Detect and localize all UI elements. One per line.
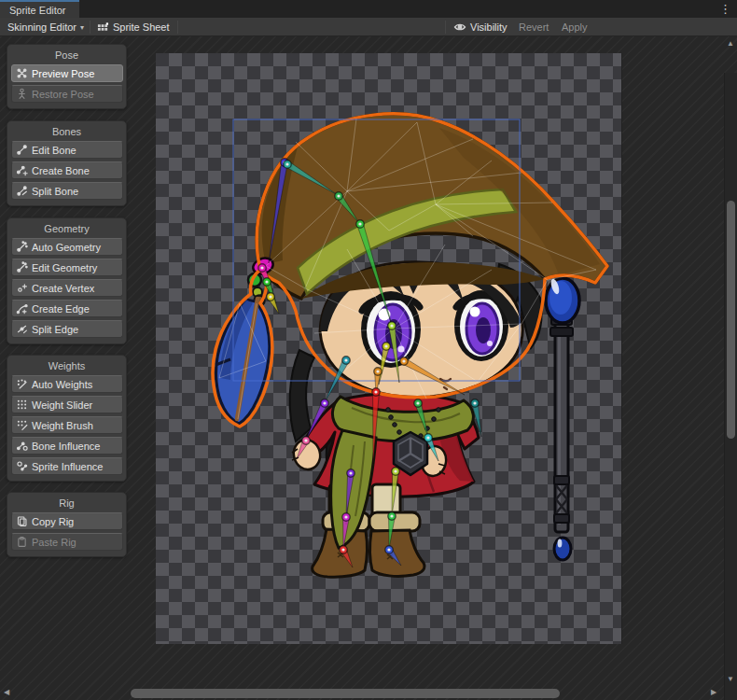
create-edge-icon <box>16 302 28 315</box>
panel-title: Bones <box>11 126 122 137</box>
paste-rig-button[interactable]: Paste Rig <box>11 533 123 551</box>
split-bone-button[interactable]: Split Bone <box>11 182 123 200</box>
weight-slider-button[interactable]: Weight Slider <box>11 396 123 413</box>
weight-brush-icon <box>16 419 28 431</box>
visibility-label: Visibility <box>470 21 508 33</box>
create-bone-icon <box>16 164 28 176</box>
sprite-editor-window: Sprite Editor ⋮ Skinning Editor ▾ Sprite… <box>0 0 737 700</box>
panel-title: Weights <box>11 360 122 371</box>
horizontal-scrollbar-thumb[interactable] <box>131 689 560 698</box>
bone-influence-icon <box>16 440 28 452</box>
visibility-toggle[interactable]: Visibility <box>453 18 508 36</box>
weight-slider-icon <box>16 399 28 411</box>
scroll-up-arrow[interactable]: ▲ <box>727 40 734 48</box>
weight-brush-button[interactable]: Weight Brush <box>11 416 123 434</box>
panel-weights: Weights Auto Weights Weight Slider Weigh… <box>7 355 127 482</box>
character-sprite[interactable] <box>216 114 607 577</box>
split-bone-icon <box>16 185 28 197</box>
split-edge-button[interactable]: Split Edge <box>11 320 123 338</box>
canvas-scene <box>156 53 622 644</box>
window-menu-button[interactable]: ⋮ <box>719 0 731 18</box>
auto-geometry-icon <box>16 241 28 253</box>
boot-right <box>370 530 424 576</box>
restore-pose-person-icon <box>16 88 28 100</box>
auto-geometry-button[interactable]: Auto Geometry <box>11 238 123 256</box>
create-vertex-button[interactable]: Create Vertex <box>11 279 123 297</box>
auto-weights-icon <box>16 378 28 390</box>
staff-sprite[interactable] <box>546 278 579 560</box>
create-edge-button[interactable]: Create Edge <box>11 300 123 317</box>
panel-bones: Bones Edit Bone Create Bone Split Bone <box>7 120 127 206</box>
bone-influence-button[interactable]: Bone Influence <box>11 437 123 455</box>
sprite-influence-icon <box>16 460 28 472</box>
toolbar-separator <box>90 21 90 34</box>
vertical-scrollbar-thumb[interactable] <box>727 201 735 439</box>
create-bone-button[interactable]: Create Bone <box>11 161 123 179</box>
copy-rig-icon <box>16 515 28 527</box>
panel-pose: Pose Preview Pose Restore Pose <box>7 44 127 109</box>
auto-weights-button[interactable]: Auto Weights <box>11 375 123 393</box>
toolbar-separator <box>445 21 446 34</box>
panel-rig: Rig Copy Rig Paste Rig <box>7 492 127 557</box>
tab-title: Sprite Editor <box>9 5 66 16</box>
edit-geometry-button[interactable]: Edit Geometry <box>11 259 123 276</box>
restore-pose-button[interactable]: Restore Pose <box>11 85 123 103</box>
panel-geometry: Geometry Auto Geometry Edit Geometry Cre… <box>7 217 127 344</box>
chevron-down-icon: ▾ <box>80 23 84 32</box>
panel-title: Geometry <box>11 223 122 234</box>
mode-dropdown[interactable]: Skinning Editor ▾ <box>7 18 84 36</box>
tab-sprite-editor[interactable]: Sprite Editor <box>0 0 79 18</box>
revert-label: Revert <box>519 21 549 33</box>
tab-strip: Sprite Editor ⋮ <box>0 0 737 18</box>
edit-geometry-icon <box>16 261 28 273</box>
split-edge-icon <box>16 323 28 335</box>
sprite-sheet-icon <box>97 21 109 34</box>
kebab-menu-icon: ⋮ <box>719 2 731 16</box>
apply-button[interactable]: Apply <box>562 18 588 36</box>
preview-pose-button[interactable]: Preview Pose <box>11 64 123 82</box>
create-vertex-icon <box>16 282 28 294</box>
paste-rig-icon <box>16 536 28 548</box>
pose-bones-icon <box>16 67 28 79</box>
panel-title: Pose <box>11 49 122 61</box>
toolbar-separator <box>177 21 178 34</box>
panel-title: Rig <box>11 497 122 509</box>
toolbar: Skinning Editor ▾ Sprite Sheet Visibilit… <box>0 18 737 36</box>
scroll-left-arrow[interactable]: ◀ <box>4 689 9 696</box>
scroll-right-arrow[interactable]: ▶ <box>711 689 716 696</box>
revert-button[interactable]: Revert <box>519 18 549 36</box>
sprite-canvas[interactable] <box>156 53 622 644</box>
sprite-sheet-button[interactable]: Sprite Sheet <box>97 18 170 36</box>
edit-bone-button[interactable]: Edit Bone <box>11 141 123 159</box>
eye-icon <box>453 21 466 33</box>
edit-bone-icon <box>16 144 28 156</box>
scroll-down-arrow[interactable]: ▼ <box>727 676 734 683</box>
sprite-influence-button[interactable]: Sprite Influence <box>11 457 123 475</box>
apply-label: Apply <box>562 21 588 33</box>
mode-dropdown-label: Skinning Editor <box>7 21 76 33</box>
sprite-sheet-label: Sprite Sheet <box>113 21 170 33</box>
copy-rig-button[interactable]: Copy Rig <box>11 512 123 530</box>
